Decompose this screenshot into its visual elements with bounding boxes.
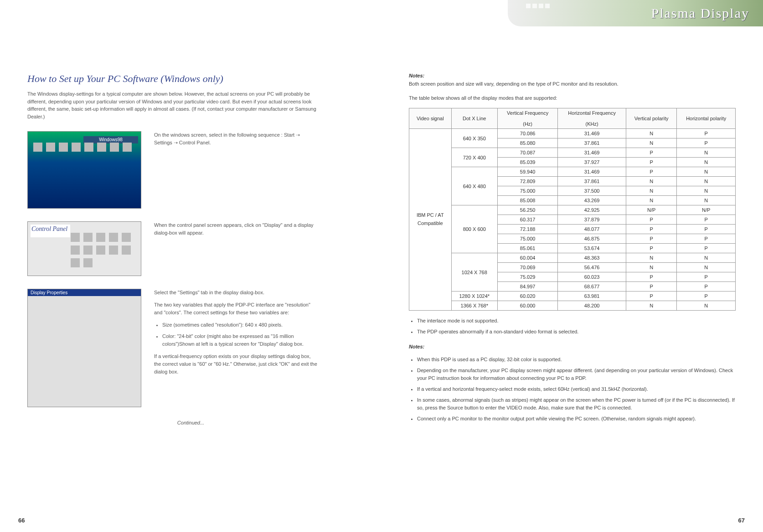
desktop-icons: [31, 141, 137, 205]
table-header: Video signal: [409, 108, 452, 129]
cell-value: N: [677, 253, 736, 263]
screenshot-display-props: Display Properties: [27, 289, 141, 407]
control-panel-icons: [69, 231, 137, 272]
cell-value: 31.469: [558, 167, 626, 177]
step-3b: The two key variables that apply the PDP…: [154, 301, 318, 317]
cell-dotline: 640 X 480: [451, 167, 497, 205]
cell-value: N: [626, 196, 676, 205]
banner-deco-icon: [526, 4, 550, 8]
cell-value: 85.039: [497, 158, 557, 167]
step-3-text: Select the "Settings" tab in the display…: [154, 289, 318, 380]
cell-value: 72.809: [497, 177, 557, 186]
cell-value: 53.674: [558, 244, 626, 253]
cell-dotline: 1366 X 768*: [451, 301, 497, 311]
step-3-bullets: Size (sometimes called "resolution"): 64…: [162, 321, 318, 348]
cell-value: 60.004: [497, 253, 557, 263]
cell-value: P: [626, 234, 676, 244]
control-panel-title: Control Panel: [31, 225, 70, 237]
table-row: 1024 X 76860.00448.363NN: [409, 253, 736, 263]
page-66: How to Set up Your PC Software (Windows …: [0, 0, 382, 532]
cell-value: P: [626, 225, 676, 234]
cell-value: P: [677, 244, 736, 253]
list-item: If a vertical and horizontal frequency-s…: [417, 385, 736, 394]
step-2-text: When the control panel screen appears, c…: [154, 221, 318, 237]
cell-dotline: 1280 X 1024*: [451, 292, 497, 301]
cell-value: 56.250: [497, 205, 557, 215]
post-table-notes: The interlace mode is not supported.The …: [417, 317, 736, 336]
page-number-right: 67: [738, 517, 745, 524]
cell-value: P: [677, 225, 736, 234]
list-item: When this PDP is used as a PC display, 3…: [417, 356, 736, 364]
right-intro-1: Both screen position and size will vary,…: [409, 80, 736, 88]
list-item: The interlace mode is not supported.: [417, 317, 736, 325]
cell-value: P: [677, 272, 736, 282]
cell-value: P: [677, 282, 736, 292]
table-row: 1366 X 768*60.00048.200NN: [409, 301, 736, 311]
cell-value: 70.087: [497, 148, 557, 158]
cell-dotline: 1024 X 768: [451, 253, 497, 292]
cell-value: N/P: [626, 205, 676, 215]
cell-value: 85.080: [497, 138, 557, 148]
table-header: Horizontal Frequency(KHz): [558, 108, 626, 129]
cell-value: 42.925: [558, 205, 626, 215]
cell-value: 37.861: [558, 138, 626, 148]
cell-value: P: [677, 292, 736, 301]
cell-value: N: [626, 138, 676, 148]
cell-value: 48.363: [558, 253, 626, 263]
header-banner: Plasma Display: [508, 0, 763, 26]
cell-value: 70.069: [497, 263, 557, 272]
cell-value: N: [626, 253, 676, 263]
intro-text: The Windows display-settings for a typic…: [27, 90, 319, 120]
cell-value: 46.875: [558, 234, 626, 244]
right-intro-2: The table below shows all of the display…: [409, 94, 736, 102]
table-row: 640 X 48059.94031.469PN: [409, 167, 736, 177]
cell-value: 70.086: [497, 129, 557, 138]
step-1: Windows98 On the windows screen, select …: [27, 131, 354, 209]
cell-value: N: [677, 263, 736, 272]
display-modes-table: Video signalDot X LineVertical Frequency…: [409, 108, 736, 311]
cell-value: P: [677, 138, 736, 148]
cell-value: 75.000: [497, 186, 557, 196]
step-3a: Select the "Settings" tab in the display…: [154, 289, 318, 297]
cell-value: P: [677, 234, 736, 244]
continued-label: Continued...: [27, 420, 354, 425]
cell-value: 60.317: [497, 215, 557, 225]
table-row: 720 X 40070.08731.469PN: [409, 148, 736, 158]
list-item: Depending on the manufacturer, your PC d…: [417, 367, 736, 383]
cell-value: 85.008: [497, 196, 557, 205]
cell-value: N: [677, 186, 736, 196]
table-head: Video signalDot X LineVertical Frequency…: [409, 108, 736, 129]
cell-value: N: [677, 167, 736, 177]
cell-value: P: [626, 244, 676, 253]
cell-value: 72.188: [497, 225, 557, 234]
page-number-left: 66: [18, 517, 25, 524]
cell-value: 37.861: [558, 177, 626, 186]
notes-list-2: When this PDP is used as a PC display, 3…: [417, 356, 736, 423]
cell-value: 84.997: [497, 282, 557, 292]
table-header: Vertical polarity: [626, 108, 676, 129]
cell-value: N: [626, 186, 676, 196]
screenshot-desktop: Windows98: [27, 131, 141, 209]
page-67: Plasma Display Notes: Both screen positi…: [382, 0, 763, 532]
table-header: Horizontal polarity: [677, 108, 736, 129]
table-header: Vertical Frequency(Hz): [497, 108, 557, 129]
cell-value: 31.469: [558, 129, 626, 138]
cell-dotline: 640 X 350: [451, 129, 497, 148]
cell-value: N: [677, 148, 736, 158]
cell-value: N: [626, 177, 676, 186]
cell-value: P: [677, 215, 736, 225]
cell-value: N: [677, 196, 736, 205]
notes-label-1: Notes:: [409, 73, 736, 78]
cell-value: P: [626, 148, 676, 158]
list-item: Connect only a PC monitor to the monitor…: [417, 415, 736, 423]
cell-value: 56.476: [558, 263, 626, 272]
table-row: 1280 X 1024*60.02063.981PP: [409, 292, 736, 301]
cell-video-signal: IBM PC / ATCompatible: [409, 129, 452, 311]
cell-value: 37.879: [558, 215, 626, 225]
cell-value: 85.061: [497, 244, 557, 253]
section-title: How to Set up Your PC Software (Windows …: [27, 73, 354, 85]
cell-value: 43.269: [558, 196, 626, 205]
cell-value: 60.023: [558, 272, 626, 282]
bullet-size: Size (sometimes called "resolution"): 64…: [162, 321, 318, 329]
table-header: Dot X Line: [451, 108, 497, 129]
